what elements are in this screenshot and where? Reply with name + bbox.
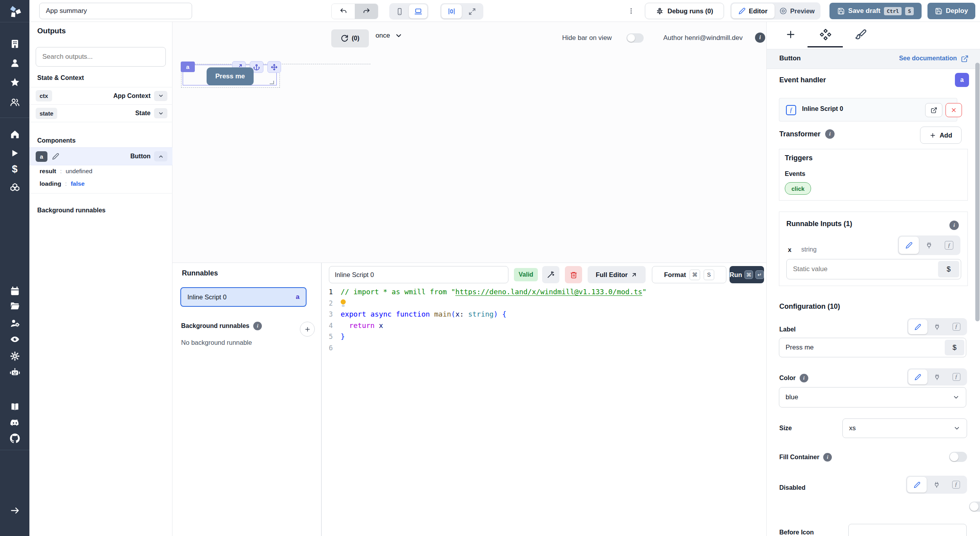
discord-icon[interactable]	[10, 418, 20, 428]
script-name-input[interactable]	[329, 266, 508, 283]
connect-plug-icon[interactable]	[927, 319, 947, 334]
collapse-arrow-right-icon[interactable]	[10, 505, 20, 516]
chevron-down-icon	[395, 32, 403, 40]
eval-fn-icon[interactable]: ƒ	[947, 369, 966, 384]
mobile-view-button[interactable]	[390, 4, 409, 18]
ai-wand-button[interactable]	[542, 266, 559, 283]
full-editor-button[interactable]: Full Editor	[588, 266, 646, 283]
app-summary-input[interactable]	[39, 3, 192, 19]
run-button[interactable]: Run ⌘ ↵	[730, 266, 764, 283]
variables-dollar-icon[interactable]: $	[10, 164, 20, 174]
github-icon[interactable]	[10, 433, 20, 444]
color-select[interactable]: blue	[779, 387, 966, 407]
debug-runs-button[interactable]: Debug runs (0)	[645, 3, 724, 19]
resources-boxes-icon[interactable]	[10, 183, 20, 193]
info-icon[interactable]: i	[823, 453, 832, 462]
fullwidth-button[interactable]	[462, 4, 482, 18]
eval-fn-icon[interactable]: ƒ	[947, 319, 966, 334]
runs-play-icon[interactable]	[10, 148, 20, 158]
settings-gear-icon[interactable]	[10, 351, 20, 361]
app-canvas[interactable]: (0) once Hide bar on view Author henri@w…	[172, 22, 766, 263]
info-icon[interactable]: i	[825, 129, 835, 139]
center-content-button[interactable]	[441, 4, 462, 18]
delete-script-button[interactable]	[565, 266, 582, 283]
anchor-icon	[253, 64, 260, 71]
tab-preview[interactable]: Preview	[775, 4, 819, 18]
desktop-view-button[interactable]	[409, 4, 427, 18]
folders-icon[interactable]	[10, 301, 20, 311]
static-value-input[interactable]	[786, 259, 961, 279]
before-icon-select[interactable]	[848, 524, 967, 536]
audit-eye-icon[interactable]	[10, 334, 20, 344]
state-expand-button[interactable]	[154, 108, 167, 118]
save-draft-button[interactable]: Save draft Ctrl S	[829, 3, 922, 19]
component-row-a[interactable]: a Button	[29, 147, 172, 165]
runnables-title: Runnables	[182, 269, 218, 277]
workspace-building-icon[interactable]	[10, 39, 20, 49]
author-info-icon[interactable]: i	[755, 33, 765, 43]
redo-button[interactable]	[355, 4, 378, 19]
eval-fn-icon[interactable]: ƒ	[946, 477, 966, 493]
label-value-input[interactable]	[779, 338, 966, 357]
static-mode-pencil-icon[interactable]	[908, 369, 927, 384]
preview-tab-label: Preview	[790, 7, 815, 15]
connect-plug-icon[interactable]	[927, 369, 947, 384]
eval-fn-icon[interactable]: ƒ	[939, 237, 959, 254]
size-select[interactable]: xs	[842, 418, 967, 438]
docs-book-icon[interactable]	[10, 402, 20, 412]
schedules-calendar-icon[interactable]	[10, 286, 20, 296]
ctx-expand-button[interactable]	[154, 91, 167, 101]
windmill-logo-icon[interactable]	[7, 3, 23, 20]
groups-admin-icon[interactable]	[10, 318, 20, 328]
tab-editor[interactable]: Editor	[731, 4, 775, 18]
users-group-icon[interactable]	[10, 97, 20, 107]
info-icon[interactable]: i	[253, 322, 262, 330]
disabled-toggle[interactable]	[969, 502, 980, 512]
remove-script-button[interactable]	[946, 103, 962, 117]
add-background-runnable-button[interactable]	[300, 322, 315, 337]
info-icon[interactable]: i	[800, 374, 808, 382]
resize-handle[interactable]	[270, 81, 274, 84]
tab-insert-plus-icon[interactable]	[785, 29, 796, 40]
runnable-item-inline-script[interactable]: Inline Script 0 a	[180, 287, 307, 307]
dollar-template-button[interactable]: $	[938, 261, 959, 277]
tab-styling-brush-icon[interactable]	[855, 29, 867, 40]
edit-pencil-icon[interactable]	[52, 153, 59, 160]
output-row-state[interactable]: state State	[29, 105, 172, 122]
external-link-icon[interactable]	[961, 55, 969, 63]
search-outputs-input[interactable]	[36, 47, 166, 67]
dollar-template-button[interactable]: $	[945, 340, 964, 355]
event-handler-script-row[interactable]: ƒ Inline Script 0	[779, 98, 957, 121]
static-mode-pencil-icon[interactable]	[907, 477, 927, 493]
component-tag[interactable]: a	[181, 62, 195, 72]
workers-bot-icon[interactable]	[10, 367, 20, 377]
output-row-ctx[interactable]: ctx App Context	[29, 87, 172, 105]
bug-icon	[656, 7, 664, 15]
connect-plug-icon[interactable]	[919, 237, 939, 254]
component-collapse-button[interactable]	[154, 151, 167, 161]
frequency-dropdown[interactable]: once	[376, 32, 403, 40]
hide-bar-toggle[interactable]	[626, 33, 644, 43]
panel-scrollbar-thumb[interactable]	[975, 63, 980, 321]
move-component-button[interactable]	[267, 61, 281, 73]
see-documentation-link[interactable]: See documentation	[899, 55, 957, 62]
connect-plug-icon[interactable]	[927, 477, 946, 493]
user-icon[interactable]	[10, 58, 20, 68]
more-options-kebab-icon[interactable]	[628, 5, 635, 16]
static-mode-pencil-icon[interactable]	[899, 237, 919, 254]
static-mode-pencil-icon[interactable]	[908, 319, 927, 334]
star-icon[interactable]	[10, 77, 20, 87]
home-icon[interactable]	[10, 129, 20, 139]
tab-component-settings-icon[interactable]	[819, 28, 832, 41]
undo-button[interactable]	[332, 4, 355, 19]
code-lines[interactable]: // import * as wmill from "https://deno.…	[341, 286, 766, 353]
format-button[interactable]: Format ⌘ S	[652, 266, 726, 283]
deploy-button[interactable]: Deploy	[927, 3, 975, 19]
add-transformer-button[interactable]: Add	[920, 127, 962, 144]
fill-container-toggle[interactable]	[949, 452, 967, 462]
info-icon[interactable]: i	[949, 221, 959, 230]
runnable-item-label: Inline Script 0	[187, 293, 227, 301]
refresh-button[interactable]: (0)	[331, 29, 369, 47]
open-script-button[interactable]	[925, 103, 942, 117]
press-me-button[interactable]: Press me	[207, 67, 254, 85]
